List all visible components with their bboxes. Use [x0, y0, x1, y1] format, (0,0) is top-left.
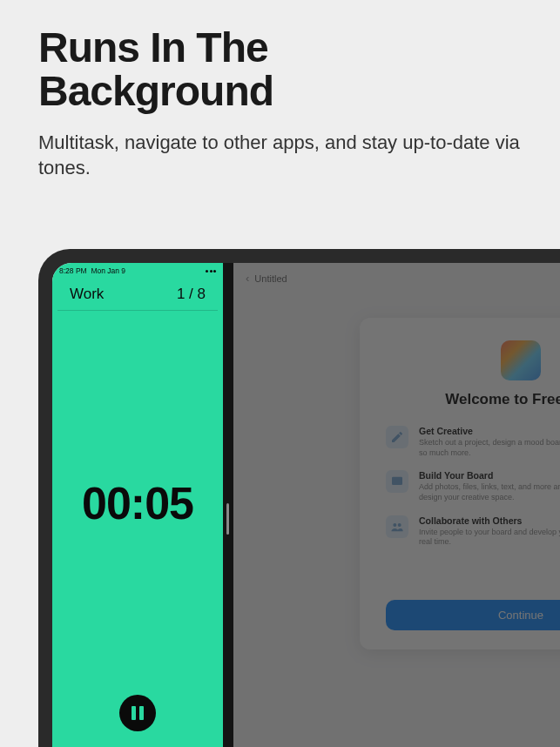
status-time-date: 8:28 PM Mon Jan 9 — [59, 266, 125, 275]
freeform-app-pane: ‹ Untitled Welcome to Freeform Get Creat… — [233, 263, 560, 747]
timer-header: Work 1 / 8 — [57, 277, 218, 311]
timer-controls — [52, 695, 223, 747]
pause-icon — [132, 706, 136, 720]
split-view-divider[interactable] — [223, 263, 233, 747]
status-more-icon — [206, 270, 216, 273]
hero-subtitle: Multitask, navigate to other apps, and s… — [0, 130, 560, 207]
inactive-overlay — [233, 263, 560, 747]
timer-app-pane: 8:28 PM Mon Jan 9 Work 1 / 8 00:05 — [52, 263, 223, 747]
status-bar: 8:28 PM Mon Jan 9 — [52, 263, 223, 277]
device-screen: 8:28 PM Mon Jan 9 Work 1 / 8 00:05 — [52, 263, 560, 747]
pause-button[interactable] — [119, 695, 156, 731]
timer-time-display: 00:05 — [52, 311, 223, 695]
timer-counter: 1 / 8 — [177, 286, 206, 303]
pause-icon — [139, 706, 144, 720]
hero-title: Runs In The Background — [0, 0, 560, 130]
device-frame: 8:28 PM Mon Jan 9 Work 1 / 8 00:05 — [38, 249, 560, 747]
timer-label: Work — [70, 286, 104, 303]
